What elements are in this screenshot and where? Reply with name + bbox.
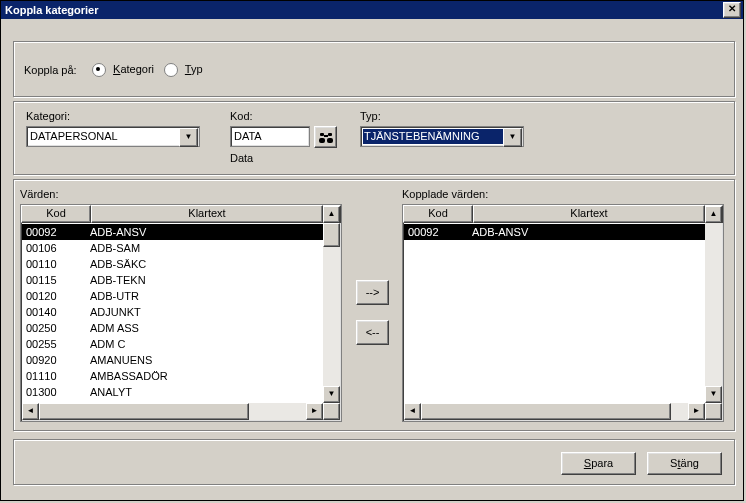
kod-value: DATA	[234, 130, 306, 142]
cell-klartext: ADM ASS	[88, 320, 323, 336]
left-list-header: Kod Klartext	[21, 205, 341, 223]
search-icon[interactable]	[314, 126, 337, 148]
right-list-header: Kod Klartext	[403, 205, 723, 223]
scroll-left-icon[interactable]: ◄	[22, 403, 39, 420]
table-row[interactable]: 00255ADM C	[22, 336, 323, 352]
scroll-down-icon[interactable]: ▼	[705, 386, 722, 403]
table-row[interactable]: 00920AMANUENS	[22, 352, 323, 368]
left-rows: 00092ADB-ANSV00106ADB-SAM00110ADB-SÄKC00…	[22, 224, 323, 403]
radio-dot-icon	[92, 63, 106, 77]
radio-typ-text: Typ	[185, 63, 203, 75]
window: Koppla kategorier ✕ Koppla på: Kategori …	[0, 0, 744, 501]
chevron-down-icon[interactable]: ▼	[179, 128, 198, 147]
scroll-thumb[interactable]	[323, 223, 340, 247]
col-klartext[interactable]: Klartext	[91, 205, 323, 223]
table-row[interactable]: 01300ANALYT	[22, 384, 323, 400]
kategori-combo[interactable]: DATAPERSONAL ▼	[26, 126, 200, 147]
radio-typ[interactable]: Typ	[164, 63, 203, 77]
cell-klartext: ADB-SÄKC	[88, 256, 323, 272]
remove-button[interactable]: <--	[356, 320, 389, 345]
scroll-right-icon[interactable]: ►	[688, 403, 705, 420]
close-button[interactable]: Stäng	[647, 452, 722, 475]
scroll-track[interactable]	[421, 403, 688, 420]
table-row[interactable]: 00092ADB-ANSV	[404, 224, 705, 240]
table-row[interactable]: 00120ADB-UTR	[22, 288, 323, 304]
cell-kod: 00920	[22, 352, 88, 368]
kategori-value: DATAPERSONAL	[30, 130, 179, 142]
scroll-corner	[705, 403, 722, 420]
scroll-up-icon[interactable]: ▲	[323, 206, 340, 223]
save-button[interactable]: Spara	[561, 452, 636, 475]
table-row[interactable]: 00140ADJUNKT	[22, 304, 323, 320]
svg-rect-0	[320, 133, 324, 136]
left-list[interactable]: Kod Klartext 00092ADB-ANSV00106ADB-SAM00…	[20, 204, 342, 422]
scroll-thumb[interactable]	[39, 403, 249, 420]
hscrollbar[interactable]: ◄ ►	[404, 403, 722, 420]
cell-klartext: ADB-ANSV	[470, 224, 705, 240]
cell-kod: 00255	[22, 336, 88, 352]
scroll-up-icon[interactable]: ▲	[705, 206, 722, 223]
scroll-down-icon[interactable]: ▼	[323, 386, 340, 403]
col-klartext[interactable]: Klartext	[473, 205, 705, 223]
cell-klartext: ADM C	[88, 336, 323, 352]
table-row[interactable]: 00106ADB-SAM	[22, 240, 323, 256]
table-row[interactable]: 00110ADB-SÄKC	[22, 256, 323, 272]
add-button[interactable]: -->	[356, 280, 389, 305]
cell-klartext: AMANUENS	[88, 352, 323, 368]
scroll-track[interactable]	[323, 223, 340, 386]
col-kod[interactable]: Kod	[21, 205, 91, 223]
titlebar: Koppla kategorier ✕	[1, 1, 743, 19]
cell-kod: 01110	[22, 368, 88, 384]
cell-kod: 00120	[22, 288, 88, 304]
cell-kod: 00140	[22, 304, 88, 320]
group-params: Kategori: DATAPERSONAL ▼ Kod: DATA Data …	[13, 101, 735, 175]
typ-label: Typ:	[360, 110, 381, 122]
cell-kod: 00250	[22, 320, 88, 336]
scroll-right-icon[interactable]: ►	[306, 403, 323, 420]
table-row[interactable]: 00092ADB-ANSV	[22, 224, 323, 240]
window-body: Koppla på: Kategori Typ Kategori: DATAPE…	[1, 19, 743, 500]
vscrollbar[interactable]: ▲ ▼	[705, 206, 722, 403]
varden-label: Värden:	[20, 188, 59, 200]
cell-kod: 00092	[404, 224, 470, 240]
col-kod[interactable]: Kod	[403, 205, 473, 223]
scroll-track[interactable]	[705, 223, 722, 386]
scroll-thumb[interactable]	[421, 403, 671, 420]
cell-kod: 01300	[22, 384, 88, 400]
svg-rect-2	[319, 138, 325, 143]
kod-echo: Data	[230, 152, 253, 164]
group-actions: Spara Stäng	[13, 439, 735, 485]
chevron-down-icon[interactable]: ▼	[503, 128, 522, 147]
window-title: Koppla kategorier	[5, 4, 99, 16]
right-rows: 00092ADB-ANSV	[404, 224, 705, 403]
table-row[interactable]: 00250ADM ASS	[22, 320, 323, 336]
cell-klartext: AMBASSADÖR	[88, 368, 323, 384]
cell-klartext: ADB-TEKN	[88, 272, 323, 288]
group-koppla-pa: Koppla på: Kategori Typ	[13, 41, 735, 97]
radio-kategori-text: Kategori	[113, 63, 154, 75]
typ-value: TJÄNSTEBENÄMNING	[363, 129, 504, 144]
close-icon[interactable]: ✕	[723, 2, 741, 18]
cell-klartext: ADB-UTR	[88, 288, 323, 304]
cell-kod: 00115	[22, 272, 88, 288]
table-row[interactable]: 01110AMBASSADÖR	[22, 368, 323, 384]
typ-combo[interactable]: TJÄNSTEBENÄMNING ▼	[360, 126, 524, 147]
svg-rect-3	[327, 138, 333, 143]
cell-klartext: ADB-SAM	[88, 240, 323, 256]
vscrollbar[interactable]: ▲ ▼	[323, 206, 340, 403]
kod-input[interactable]: DATA	[230, 126, 310, 147]
radio-kategori[interactable]: Kategori	[92, 63, 154, 77]
cell-kod: 00092	[22, 224, 88, 240]
cell-klartext: ANALYT	[88, 384, 323, 400]
right-list[interactable]: Kod Klartext 00092ADB-ANSV ▲ ▼ ◄ ►	[402, 204, 724, 422]
scroll-corner	[323, 403, 340, 420]
group-lists: Värden: Kopplade värden: Kod Klartext 00…	[13, 179, 735, 431]
scroll-left-icon[interactable]: ◄	[404, 403, 421, 420]
scroll-track[interactable]	[39, 403, 306, 420]
cell-klartext: ADB-ANSV	[88, 224, 323, 240]
kopplade-label: Kopplade värden:	[402, 188, 488, 200]
table-row[interactable]: 00115ADB-TEKN	[22, 272, 323, 288]
hscrollbar[interactable]: ◄ ►	[22, 403, 340, 420]
svg-rect-1	[328, 133, 332, 136]
kategori-label: Kategori:	[26, 110, 70, 122]
